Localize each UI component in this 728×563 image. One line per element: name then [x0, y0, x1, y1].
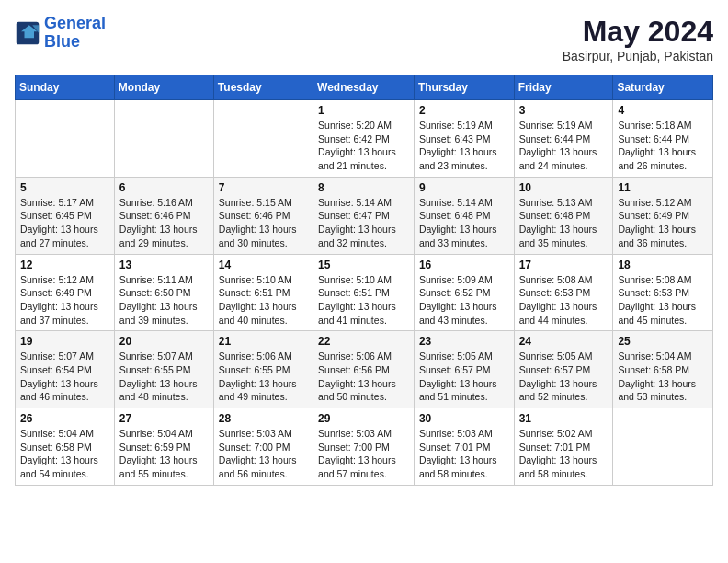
calendar-cell: 23Sunrise: 5:05 AM Sunset: 6:57 PM Dayli…: [414, 331, 514, 408]
day-info: Sunrise: 5:02 AM Sunset: 7:01 PM Dayligh…: [519, 427, 609, 481]
day-info: Sunrise: 5:12 AM Sunset: 6:49 PM Dayligh…: [20, 273, 109, 327]
day-number: 11: [618, 181, 708, 194]
day-number: 9: [419, 181, 509, 194]
calendar-cell: 11Sunrise: 5:12 AM Sunset: 6:49 PM Dayli…: [613, 177, 713, 254]
day-header-friday: Friday: [514, 75, 613, 100]
day-info: Sunrise: 5:18 AM Sunset: 6:44 PM Dayligh…: [618, 119, 708, 173]
day-info: Sunrise: 5:04 AM Sunset: 6:59 PM Dayligh…: [119, 427, 209, 481]
day-info: Sunrise: 5:10 AM Sunset: 6:51 PM Dayligh…: [219, 273, 308, 327]
day-number: 12: [20, 259, 109, 271]
day-number: 30: [419, 412, 509, 425]
day-info: Sunrise: 5:05 AM Sunset: 6:57 PM Dayligh…: [519, 350, 609, 404]
calendar-cell: 17Sunrise: 5:08 AM Sunset: 6:53 PM Dayli…: [514, 254, 613, 331]
page-header: General Blue May 2024 Basirpur, Punjab, …: [15, 15, 713, 63]
day-info: Sunrise: 5:03 AM Sunset: 7:00 PM Dayligh…: [318, 427, 409, 481]
calendar-week-1: 1Sunrise: 5:20 AM Sunset: 6:42 PM Daylig…: [16, 100, 713, 178]
day-number: 18: [618, 259, 708, 271]
day-number: 23: [419, 335, 509, 348]
day-number: 16: [419, 259, 509, 271]
day-number: 31: [519, 412, 609, 425]
day-number: 25: [618, 335, 708, 348]
calendar-cell: 10Sunrise: 5:13 AM Sunset: 6:48 PM Dayli…: [514, 177, 613, 254]
day-info: Sunrise: 5:08 AM Sunset: 6:53 PM Dayligh…: [618, 273, 708, 327]
calendar-cell: 19Sunrise: 5:07 AM Sunset: 6:54 PM Dayli…: [16, 331, 115, 408]
day-number: 24: [519, 335, 609, 348]
calendar-cell: 20Sunrise: 5:07 AM Sunset: 6:55 PM Dayli…: [114, 331, 213, 408]
day-info: Sunrise: 5:12 AM Sunset: 6:49 PM Dayligh…: [618, 196, 708, 250]
calendar-cell: [114, 100, 213, 178]
day-info: Sunrise: 5:07 AM Sunset: 6:54 PM Dayligh…: [20, 350, 109, 404]
day-number: 28: [219, 412, 308, 425]
day-info: Sunrise: 5:15 AM Sunset: 6:46 PM Dayligh…: [219, 196, 308, 250]
day-number: 1: [318, 104, 409, 117]
calendar-cell: 9Sunrise: 5:14 AM Sunset: 6:48 PM Daylig…: [414, 177, 514, 254]
day-info: Sunrise: 5:20 AM Sunset: 6:42 PM Dayligh…: [318, 119, 409, 173]
day-info: Sunrise: 5:07 AM Sunset: 6:55 PM Dayligh…: [119, 350, 209, 404]
day-number: 17: [519, 259, 609, 271]
day-header-thursday: Thursday: [414, 75, 514, 100]
calendar-cell: 3Sunrise: 5:19 AM Sunset: 6:44 PM Daylig…: [514, 100, 613, 178]
day-info: Sunrise: 5:10 AM Sunset: 6:51 PM Dayligh…: [318, 273, 409, 327]
day-number: 19: [20, 335, 109, 348]
day-info: Sunrise: 5:14 AM Sunset: 6:48 PM Dayligh…: [419, 196, 509, 250]
day-header-monday: Monday: [114, 75, 213, 100]
day-info: Sunrise: 5:17 AM Sunset: 6:45 PM Dayligh…: [20, 196, 109, 250]
day-number: 13: [119, 259, 209, 271]
calendar-cell: [213, 100, 313, 178]
day-info: Sunrise: 5:06 AM Sunset: 6:56 PM Dayligh…: [318, 350, 409, 404]
calendar-cell: [16, 100, 115, 178]
day-number: 7: [219, 181, 308, 194]
day-info: Sunrise: 5:04 AM Sunset: 6:58 PM Dayligh…: [20, 427, 109, 481]
calendar-cell: 4Sunrise: 5:18 AM Sunset: 6:44 PM Daylig…: [613, 100, 713, 178]
calendar-cell: 5Sunrise: 5:17 AM Sunset: 6:45 PM Daylig…: [16, 177, 115, 254]
day-number: 22: [318, 335, 409, 348]
calendar-week-3: 12Sunrise: 5:12 AM Sunset: 6:49 PM Dayli…: [16, 254, 713, 331]
day-info: Sunrise: 5:13 AM Sunset: 6:48 PM Dayligh…: [519, 196, 609, 250]
day-info: Sunrise: 5:06 AM Sunset: 6:55 PM Dayligh…: [219, 350, 308, 404]
day-info: Sunrise: 5:04 AM Sunset: 6:58 PM Dayligh…: [618, 350, 708, 404]
day-number: 6: [119, 181, 209, 194]
day-info: Sunrise: 5:11 AM Sunset: 6:50 PM Dayligh…: [119, 273, 209, 327]
calendar-cell: 2Sunrise: 5:19 AM Sunset: 6:43 PM Daylig…: [414, 100, 514, 178]
calendar-week-4: 19Sunrise: 5:07 AM Sunset: 6:54 PM Dayli…: [16, 331, 713, 408]
calendar-week-2: 5Sunrise: 5:17 AM Sunset: 6:45 PM Daylig…: [16, 177, 713, 254]
day-info: Sunrise: 5:03 AM Sunset: 7:01 PM Dayligh…: [419, 427, 509, 481]
day-number: 4: [618, 104, 708, 117]
calendar-cell: 21Sunrise: 5:06 AM Sunset: 6:55 PM Dayli…: [213, 331, 313, 408]
calendar-table: SundayMondayTuesdayWednesdayThursdayFrid…: [15, 75, 713, 486]
calendar-cell: 24Sunrise: 5:05 AM Sunset: 6:57 PM Dayli…: [514, 331, 613, 408]
calendar-cell: 6Sunrise: 5:16 AM Sunset: 6:46 PM Daylig…: [114, 177, 213, 254]
calendar-cell: 7Sunrise: 5:15 AM Sunset: 6:46 PM Daylig…: [213, 177, 313, 254]
day-number: 10: [519, 181, 609, 194]
calendar-cell: 8Sunrise: 5:14 AM Sunset: 6:47 PM Daylig…: [313, 177, 415, 254]
day-number: 27: [119, 412, 209, 425]
calendar-cell: 18Sunrise: 5:08 AM Sunset: 6:53 PM Dayli…: [613, 254, 713, 331]
calendar-cell: 12Sunrise: 5:12 AM Sunset: 6:49 PM Dayli…: [16, 254, 115, 331]
day-number: 29: [318, 412, 409, 425]
day-number: 5: [20, 181, 109, 194]
day-header-wednesday: Wednesday: [313, 75, 415, 100]
day-info: Sunrise: 5:09 AM Sunset: 6:52 PM Dayligh…: [419, 273, 509, 327]
calendar-cell: 1Sunrise: 5:20 AM Sunset: 6:42 PM Daylig…: [313, 100, 415, 178]
day-header-sunday: Sunday: [16, 75, 115, 100]
day-number: 26: [20, 412, 109, 425]
calendar-cell: 16Sunrise: 5:09 AM Sunset: 6:52 PM Dayli…: [414, 254, 514, 331]
calendar-cell: 27Sunrise: 5:04 AM Sunset: 6:59 PM Dayli…: [114, 408, 213, 486]
calendar-cell: 13Sunrise: 5:11 AM Sunset: 6:50 PM Dayli…: [114, 254, 213, 331]
calendar-cell: 30Sunrise: 5:03 AM Sunset: 7:01 PM Dayli…: [414, 408, 514, 486]
day-number: 21: [219, 335, 308, 348]
day-info: Sunrise: 5:19 AM Sunset: 6:44 PM Dayligh…: [519, 119, 609, 173]
day-number: 20: [119, 335, 209, 348]
day-info: Sunrise: 5:14 AM Sunset: 6:47 PM Dayligh…: [318, 196, 409, 250]
logo-text: General Blue: [44, 15, 106, 52]
day-number: 3: [519, 104, 609, 117]
day-number: 15: [318, 259, 409, 271]
calendar-header-row: SundayMondayTuesdayWednesdayThursdayFrid…: [16, 75, 713, 100]
calendar-cell: 22Sunrise: 5:06 AM Sunset: 6:56 PM Dayli…: [313, 331, 415, 408]
calendar-cell: 29Sunrise: 5:03 AM Sunset: 7:00 PM Dayli…: [313, 408, 415, 486]
title-block: May 2024 Basirpur, Punjab, Pakistan: [563, 15, 713, 63]
calendar-week-5: 26Sunrise: 5:04 AM Sunset: 6:58 PM Dayli…: [16, 408, 713, 486]
calendar-cell: 15Sunrise: 5:10 AM Sunset: 6:51 PM Dayli…: [313, 254, 415, 331]
day-header-tuesday: Tuesday: [213, 75, 313, 100]
month-year: May 2024: [563, 15, 713, 49]
